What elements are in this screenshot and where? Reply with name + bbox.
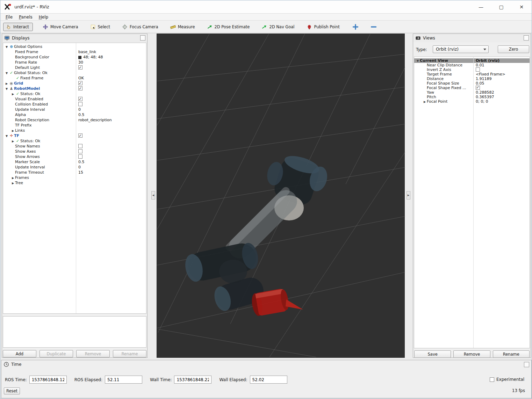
select-tool-button[interactable]: Select (88, 23, 112, 31)
time-field-input[interactable] (250, 376, 287, 384)
measure-tool-button[interactable]: Measure (168, 23, 197, 31)
view-property-row[interactable]: ▼Current View Orbit (rviz) (414, 58, 530, 63)
property-value-cell[interactable]: 0; 0; 0 (473, 99, 530, 104)
display-property-row[interactable]: ▶Links (3, 128, 146, 133)
menu-panels[interactable]: Panels (16, 14, 36, 20)
right-splitter-handle[interactable]: ▶ (407, 191, 410, 200)
property-value[interactable]: 48; 48; 48 (83, 55, 103, 59)
publish-point-tool-button[interactable]: Publish Point (304, 23, 342, 31)
view-type-select[interactable]: Orbit (rviz) (433, 45, 489, 53)
expander-icon[interactable]: ▶ (11, 92, 15, 97)
display-property-row[interactable]: Collision Enabled (3, 102, 146, 107)
maximize-icon[interactable]: ▢ (491, 0, 511, 14)
property-value-cell[interactable] (76, 175, 146, 180)
view-property-row[interactable]: Target Frame <Fixed Frame> (414, 72, 530, 77)
property-value[interactable]: 0 (78, 107, 81, 112)
view-property-row[interactable]: Focal Shape Fixed ... (414, 86, 530, 90)
move-camera-tool-button[interactable]: Move Camera (41, 23, 80, 31)
display-property-row[interactable]: TF Prefix (3, 123, 146, 128)
views-action-button[interactable]: Remove (453, 350, 490, 358)
remove-tool-button[interactable] (370, 23, 378, 31)
property-value[interactable]: 0.5 (78, 160, 85, 164)
view-property-row[interactable]: ▶Focal Point 0; 0; 0 (414, 99, 530, 104)
display-property-row[interactable]: Visual Enabled (3, 96, 146, 102)
property-value-cell[interactable]: 0 (76, 165, 146, 170)
displays-float-button[interactable] (140, 35, 145, 41)
property-value[interactable]: 0; 0; 0 (476, 99, 488, 104)
property-value-cell[interactable]: Orbit (rviz) (473, 58, 530, 63)
value-checkbox[interactable] (78, 144, 82, 148)
property-value[interactable]: 15 (78, 170, 83, 175)
views-column-separator[interactable] (473, 57, 474, 348)
value-checkbox[interactable] (78, 86, 82, 90)
expander-icon[interactable]: ▶ (11, 181, 15, 186)
display-property-row[interactable]: Show Axes (3, 149, 146, 154)
property-value-cell[interactable]: 15 (76, 170, 146, 175)
display-property-row[interactable]: Background Color 48; 48; 48 (3, 55, 146, 60)
property-value-cell[interactable] (76, 138, 146, 144)
display-property-row[interactable]: ▶Status: Ok (3, 138, 146, 144)
time-field-input[interactable] (174, 376, 211, 384)
value-checkbox[interactable] (476, 86, 480, 90)
property-value[interactable]: 0.01 (476, 63, 484, 67)
value-checkbox[interactable] (78, 97, 82, 101)
add-tool-button[interactable] (352, 23, 359, 31)
viewport-3d[interactable] (157, 34, 405, 358)
display-property-row[interactable]: ▼Global Options (3, 44, 146, 49)
property-value-cell[interactable] (76, 91, 146, 96)
display-property-row[interactable]: Default Light (3, 65, 146, 70)
display-property-row[interactable]: Fixed Frame base_link (3, 49, 146, 55)
property-value[interactable]: 0.5 (78, 113, 85, 117)
property-value-cell[interactable]: 0 (76, 107, 146, 112)
property-value-cell[interactable] (76, 154, 146, 159)
view-property-row[interactable]: Invert Z Axis (414, 67, 530, 72)
reset-button[interactable]: Reset (4, 387, 20, 394)
expander-icon[interactable]: ▶ (11, 128, 15, 133)
property-value-cell[interactable]: 0.5 (76, 159, 146, 165)
property-value[interactable]: Orbit (rviz) (476, 58, 499, 63)
property-value[interactable]: 0.365397 (476, 95, 494, 99)
property-value-cell[interactable] (76, 70, 146, 75)
displays-action-button[interactable]: Rename (113, 350, 146, 357)
property-value-cell[interactable] (76, 86, 146, 91)
expander-icon[interactable]: ▼ (5, 71, 9, 76)
pose-estimate-tool-button[interactable]: 2D Pose Estimate (205, 23, 252, 31)
property-value-cell[interactable] (76, 144, 146, 149)
property-value[interactable]: 0.05 (476, 81, 484, 86)
expander-icon[interactable]: ▼ (5, 44, 9, 50)
property-value-cell[interactable]: 0.5 (76, 112, 146, 117)
display-property-row[interactable]: Marker Scale 0.5 (3, 159, 146, 165)
view-property-row[interactable]: Yaw 0.288582 (414, 90, 530, 95)
value-checkbox[interactable] (78, 65, 82, 70)
display-property-row[interactable]: ▶Grid (3, 81, 146, 86)
display-property-row[interactable]: ▼TF (3, 133, 146, 138)
property-value-cell[interactable]: 48; 48; 48 (76, 55, 146, 60)
display-property-row[interactable]: ▼RobotModel (3, 86, 146, 91)
value-checkbox[interactable] (78, 133, 82, 138)
expander-icon[interactable]: ▶ (423, 100, 427, 104)
display-property-row[interactable]: Update Interval 0 (3, 107, 146, 112)
property-value-cell[interactable] (76, 44, 146, 49)
displays-action-button[interactable]: Duplicate (39, 350, 73, 357)
property-value-cell[interactable] (76, 180, 146, 186)
view-property-row[interactable]: Distance 1.91189 (414, 77, 530, 81)
property-value[interactable]: 0.288582 (476, 90, 494, 95)
property-value-cell[interactable]: <Fixed Frame> (473, 72, 530, 77)
experimental-toggle[interactable]: Experimental (490, 377, 524, 382)
property-value[interactable]: <Fixed Frame> (476, 72, 505, 77)
focus-camera-tool-button[interactable]: Focus Camera (120, 23, 160, 31)
property-value-cell[interactable] (76, 102, 146, 107)
displays-column-separator[interactable] (76, 43, 76, 313)
time-field-input[interactable] (29, 376, 67, 384)
value-checkbox[interactable] (78, 149, 82, 153)
menu-file[interactable]: File (2, 14, 16, 20)
property-value-cell[interactable] (76, 81, 146, 86)
close-icon[interactable]: ✕ (511, 0, 532, 14)
property-value-cell[interactable]: 0.365397 (473, 95, 530, 99)
property-value-cell[interactable]: robot_description (76, 117, 146, 123)
views-action-button[interactable]: Rename (493, 350, 530, 358)
time-float-button[interactable] (524, 362, 529, 367)
views-float-button[interactable] (524, 35, 529, 41)
expander-icon[interactable]: ▼ (5, 86, 9, 92)
nav-goal-tool-button[interactable]: 2D Nav Goal (259, 23, 296, 31)
